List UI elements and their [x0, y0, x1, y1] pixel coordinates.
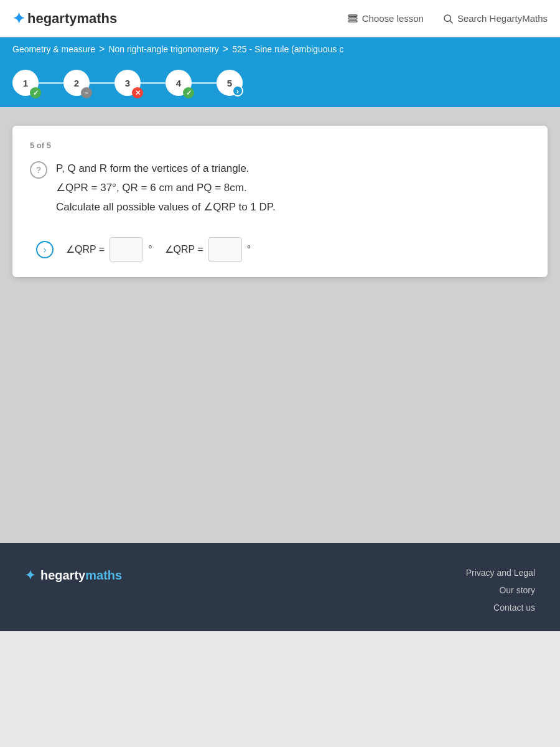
breadcrumb-item-2[interactable]: Non right-angle trigonometry — [108, 44, 218, 54]
lesson-icon — [347, 13, 358, 24]
breadcrumb-item-3[interactable]: 525 - Sine rule (ambiguous c — [232, 44, 343, 54]
degree-symbol-1: ° — [148, 244, 152, 255]
step-connector-4 — [192, 82, 217, 84]
question-line-1: P, Q and R form the vertices of a triang… — [56, 160, 276, 177]
footer-logo-text: hegartymaths — [40, 568, 122, 583]
angle-label-2: ∠QRP = — [165, 243, 203, 255]
svg-rect-2 — [348, 21, 357, 22]
footer: ✦ hegartymaths Privacy and Legal Our sto… — [0, 543, 560, 631]
step-5-badge: › — [232, 85, 243, 96]
choose-lesson-label: Choose lesson — [362, 13, 424, 24]
question-help-icon[interactable]: ? — [30, 161, 47, 179]
answer-group-1: ∠QRP = ° — [66, 237, 152, 262]
breadcrumb-item-1[interactable]: Geometry & measure — [12, 44, 95, 54]
logo-icon: ✦ — [12, 10, 25, 27]
step-1-badge: ✓ — [30, 87, 41, 98]
breadcrumb: Geometry & measure > Non right-angle tri… — [0, 37, 560, 61]
step-2[interactable]: 2 − — [63, 70, 90, 96]
question-text: P, Q and R form the vertices of a triang… — [56, 160, 276, 218]
step-1[interactable]: 1 ✓ — [12, 70, 39, 96]
top-navigation: ✦ hegartymaths Choose lesson Search Hega… — [0, 0, 560, 37]
breadcrumb-sep-2: > — [223, 44, 228, 55]
question-body: ? P, Q and R form the vertices of a tria… — [30, 160, 530, 218]
angle-label-1: ∠QRP = — [66, 243, 105, 255]
step-5[interactable]: 5 › — [217, 70, 243, 96]
degree-symbol-2: ° — [247, 244, 251, 255]
logo[interactable]: ✦ hegartymaths — [12, 10, 117, 27]
step-4[interactable]: 4 ✓ — [166, 70, 192, 96]
svg-line-4 — [450, 21, 452, 23]
logo-text: hegartymaths — [27, 11, 117, 27]
footer-link-privacy[interactable]: Privacy and Legal — [466, 568, 535, 578]
footer-links: Privacy and Legal Our story Contact us — [466, 568, 535, 613]
question-line-2: ∠QPR = 37°, QR = 6 cm and PQ = 8cm. — [56, 179, 276, 196]
answer-submit-button[interactable]: › — [36, 241, 54, 258]
svg-point-3 — [444, 15, 451, 22]
main-content: 5 of 5 ? P, Q and R form the vertices of… — [0, 107, 560, 543]
svg-rect-1 — [348, 17, 357, 19]
angle-input-1[interactable] — [110, 237, 143, 262]
answer-group-2: ∠QRP = ° — [165, 237, 251, 262]
step-2-badge: − — [81, 87, 92, 98]
steps-bar: 1 ✓ 2 − 3 ✕ 4 ✓ 5 › — [0, 61, 560, 107]
step-3-badge: ✕ — [132, 87, 143, 98]
footer-logo: ✦ hegartymaths — [25, 568, 122, 583]
step-connector-3 — [141, 82, 166, 84]
question-card: 5 of 5 ? P, Q and R form the vertices of… — [12, 126, 548, 277]
choose-lesson-button[interactable]: Choose lesson — [347, 13, 424, 24]
answer-row: › ∠QRP = ° ∠QRP = ° — [30, 237, 530, 262]
question-line-3: Calculate all possible values of ∠QRP to… — [56, 199, 276, 215]
question-counter: 5 of 5 — [30, 141, 530, 150]
search-label: Search HegartyMaths — [457, 13, 548, 24]
search-icon — [442, 13, 454, 24]
svg-rect-0 — [348, 15, 357, 16]
step-connector-1 — [39, 82, 63, 84]
search-button[interactable]: Search HegartyMaths — [442, 13, 548, 24]
footer-link-contact[interactable]: Contact us — [466, 603, 535, 613]
step-3[interactable]: 3 ✕ — [114, 70, 141, 96]
step-connector-2 — [90, 82, 114, 84]
angle-input-2[interactable] — [208, 237, 242, 262]
breadcrumb-sep-1: > — [99, 44, 105, 55]
footer-logo-icon: ✦ — [25, 568, 35, 583]
footer-link-our-story[interactable]: Our story — [466, 585, 535, 595]
step-4-badge: ✓ — [183, 87, 194, 98]
